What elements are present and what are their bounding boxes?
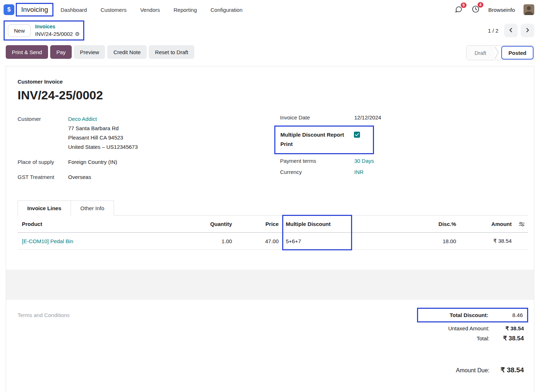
pager-count: 1 / 2 bbox=[488, 28, 498, 34]
activities-badge: 4 bbox=[478, 2, 483, 8]
credit-note-button[interactable]: Credit Note bbox=[107, 45, 147, 59]
menu-customers[interactable]: Customers bbox=[100, 7, 127, 13]
terms-and-conditions-placeholder[interactable]: Terms and Conditions bbox=[18, 308, 70, 376]
sheet-footer: Terms and Conditions Total Discount: 8.4… bbox=[18, 308, 528, 376]
table-row[interactable]: [E-COM10] Pedal Bin 1.00 47.00 5+6+7 18.… bbox=[18, 233, 528, 250]
annotation-box-multiple-discount-field: Multiple Discount Report Print bbox=[274, 126, 374, 154]
annotation-box-total-discount: Total Discount: 8.46 bbox=[417, 308, 528, 322]
avatar-image bbox=[524, 4, 534, 15]
table-header-row: Product Quantity Price Multiple Discount… bbox=[18, 216, 528, 233]
amount-due-row: Amount Due: ₹ 38.54 bbox=[417, 364, 528, 376]
invoice-date-value[interactable]: 12/12/2024 bbox=[354, 114, 528, 121]
multiple-discount-report-label: Multiple Discount Report Print bbox=[280, 130, 354, 149]
check-icon bbox=[355, 133, 359, 136]
chevron-right-icon bbox=[525, 27, 530, 34]
status-draft[interactable]: Draft bbox=[466, 46, 494, 60]
customer-link[interactable]: Deco Addict bbox=[68, 116, 97, 122]
actions-row: Print & Send Pay Preview Credit Note Res… bbox=[0, 43, 540, 64]
preview-button[interactable]: Preview bbox=[74, 45, 105, 59]
breadcrumb: Invoices INV/24-25/0002 ⚙ bbox=[35, 23, 80, 38]
messages-button[interactable]: 9 bbox=[454, 5, 463, 14]
invoice-number-title: INV/24-25/0002 bbox=[18, 88, 528, 102]
place-of-supply-field: Place of supply Foreign Country (IN) bbox=[18, 157, 280, 167]
column-header-disc[interactable]: Disc.% bbox=[352, 221, 460, 227]
tab-invoice-lines[interactable]: Invoice Lines bbox=[18, 200, 71, 216]
cell-quantity: 1.00 bbox=[194, 238, 236, 244]
activities-button[interactable]: 4 bbox=[472, 5, 480, 14]
messages-badge: 9 bbox=[461, 3, 466, 8]
customer-address-line2: Pleasant Hill CA 94523 bbox=[68, 133, 280, 142]
menu-dashboard[interactable]: Dashboard bbox=[61, 7, 87, 13]
column-header-product[interactable]: Product bbox=[18, 221, 194, 227]
top-navbar: $ Invoicing Dashboard Customers Vendors … bbox=[0, 0, 540, 19]
gear-icon[interactable]: ⚙ bbox=[75, 30, 80, 38]
spacer bbox=[417, 344, 528, 364]
main-menu: Dashboard Customers Vendors Reporting Co… bbox=[61, 7, 242, 13]
total-discount-label: Total Discount: bbox=[450, 312, 488, 318]
cell-price: 47.00 bbox=[236, 238, 282, 244]
invoicing-app-icon[interactable]: $ bbox=[4, 4, 14, 15]
gst-treatment-value[interactable]: Overseas bbox=[68, 173, 280, 182]
total-row: Total: ₹ 38.54 bbox=[417, 333, 528, 344]
user-avatar[interactable] bbox=[524, 4, 534, 15]
print-and-send-button[interactable]: Print & Send bbox=[6, 45, 48, 59]
place-of-supply-value[interactable]: Foreign Country (IN) bbox=[68, 157, 280, 167]
cell-amount: ₹ 38.54 bbox=[460, 238, 515, 244]
menu-reporting[interactable]: Reporting bbox=[174, 7, 197, 13]
payment-terms-label: Payment terms bbox=[280, 158, 354, 164]
control-panel: New Invoices INV/24-25/0002 ⚙ 1 / 2 bbox=[0, 19, 540, 43]
untaxed-amount-value: ₹ 38.54 bbox=[489, 325, 524, 332]
chevron-left-icon bbox=[508, 27, 514, 34]
notebook-tabs: Invoice Lines Other Info bbox=[18, 200, 528, 216]
reset-to-draft-button[interactable]: Reset to Draft bbox=[149, 45, 194, 59]
invoice-lines-table: Product Quantity Price Multiple Discount… bbox=[18, 216, 528, 250]
company-name[interactable]: Browseinfo bbox=[488, 7, 515, 13]
breadcrumb-invoices-link[interactable]: Invoices bbox=[35, 23, 80, 30]
amount-due-label: Amount Due: bbox=[456, 367, 489, 374]
status-posted[interactable]: Posted bbox=[501, 46, 534, 60]
spacer bbox=[18, 250, 528, 270]
tab-other-info[interactable]: Other Info bbox=[71, 200, 114, 216]
menu-vendors[interactable]: Vendors bbox=[140, 7, 160, 13]
app-menu-invoicing[interactable]: Invoicing bbox=[21, 6, 48, 13]
place-of-supply-label: Place of supply bbox=[18, 159, 68, 165]
new-button[interactable]: New bbox=[8, 24, 31, 37]
column-header-quantity[interactable]: Quantity bbox=[194, 221, 236, 227]
product-link[interactable]: [E-COM10] Pedal Bin bbox=[22, 238, 73, 244]
totals-panel: Total Discount: 8.46 Untaxed Amount: ₹ 3… bbox=[417, 308, 528, 376]
pager-previous-button[interactable] bbox=[504, 24, 518, 37]
annotation-box-breadcrumb: New Invoices INV/24-25/0002 ⚙ bbox=[4, 20, 84, 41]
cell-multiple-discount: 5+6+7 bbox=[282, 238, 352, 244]
optional-columns-icon[interactable] bbox=[515, 222, 528, 227]
invoice-date-field: Invoice Date 12/12/2024 bbox=[280, 114, 528, 121]
multiple-discount-report-checkbox[interactable] bbox=[354, 132, 360, 138]
total-value: ₹ 38.54 bbox=[489, 335, 524, 342]
invoice-form-sheet: Customer Invoice INV/24-25/0002 Customer… bbox=[6, 66, 534, 392]
customer-field: Customer Deco Addict 77 Santa Barbara Rd… bbox=[18, 114, 280, 152]
gst-treatment-field: GST Treatment Overseas bbox=[18, 173, 280, 182]
column-header-amount[interactable]: Amount bbox=[460, 221, 515, 227]
currency-field: Currency INR bbox=[280, 169, 528, 175]
breadcrumb-current-record: INV/24-25/0002 bbox=[35, 30, 73, 38]
amount-due-value: ₹ 38.54 bbox=[489, 366, 524, 374]
pay-button[interactable]: Pay bbox=[50, 45, 72, 59]
untaxed-amount-row: Untaxed Amount: ₹ 38.54 bbox=[417, 324, 528, 333]
payment-terms-value[interactable]: 30 Days bbox=[354, 158, 374, 164]
record-pager: 1 / 2 bbox=[488, 24, 534, 37]
customer-address-line1: 77 Santa Barbara Rd bbox=[68, 124, 280, 133]
column-header-price[interactable]: Price bbox=[236, 221, 282, 227]
pager-next-button[interactable] bbox=[521, 24, 534, 37]
menu-configuration[interactable]: Configuration bbox=[210, 7, 242, 13]
document-type-label: Customer Invoice bbox=[18, 79, 528, 85]
currency-value[interactable]: INR bbox=[354, 169, 364, 175]
annotation-box-app-name: Invoicing bbox=[16, 3, 53, 16]
section-divider-band bbox=[6, 270, 534, 300]
customer-address-line3: United States – US12345673 bbox=[68, 142, 280, 152]
payment-terms-field: Payment terms 30 Days bbox=[280, 158, 528, 164]
status-separator-chevron-icon bbox=[494, 46, 499, 60]
invoice-date-label: Invoice Date bbox=[280, 114, 354, 121]
status-bar: Draft Posted bbox=[466, 45, 534, 60]
untaxed-amount-label: Untaxed Amount: bbox=[448, 325, 489, 331]
column-header-multiple-discount[interactable]: Multiple Discount bbox=[282, 221, 352, 227]
currency-label: Currency bbox=[280, 169, 354, 175]
